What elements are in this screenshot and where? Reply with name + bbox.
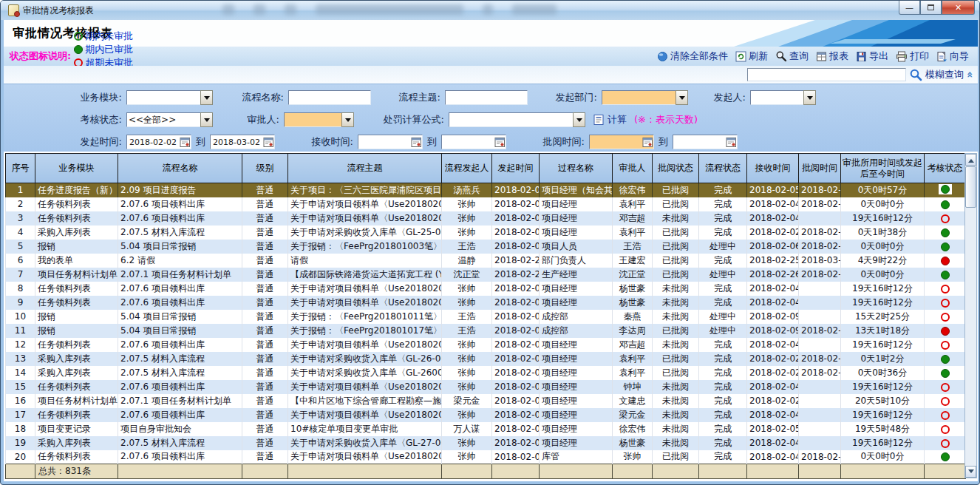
table-row[interactable]: 7项目任务材料计划单2.07.1 项目任务材料计划单普通【成都国际铁路港货运大道…: [6, 268, 966, 282]
column-header[interactable]: 接收时间: [747, 154, 799, 183]
table-row[interactable]: 13采购入库列表2.07.5 材料入库流程普通关于申请对采购收货入库单〈GL-2…: [6, 352, 966, 366]
cell-review-status: 未批阅: [653, 282, 699, 296]
flow-subject-input[interactable]: [445, 90, 528, 105]
flow-name-input[interactable]: [288, 90, 371, 105]
column-header[interactable]: 业务模块: [35, 154, 118, 183]
cell-duration: 19天16时12分: [841, 296, 925, 310]
table-row[interactable]: 12任务领料列表2.07.6 项目领料出库普通关于申请对项目领料单〈Use201…: [6, 338, 966, 352]
column-header[interactable]: 序号: [6, 154, 35, 183]
business-module-select[interactable]: [126, 90, 213, 105]
scrollbar-thumb[interactable]: [965, 166, 976, 208]
calendar-icon[interactable]: [494, 137, 506, 148]
chevron-down-icon[interactable]: [573, 112, 585, 127]
table-row[interactable]: 15任务领料列表2.07.6 项目领料出库普通关于申请对项目领料单〈Use201…: [6, 380, 966, 394]
table-row[interactable]: 10报销5.04 项目日常报销普通关于报销：〈FeePrg201801011笔〉…: [6, 310, 966, 324]
cell-review-status: 已批阅: [653, 366, 699, 380]
report-button[interactable]: 报表: [816, 50, 848, 63]
column-header[interactable]: 级别: [242, 154, 288, 183]
column-header[interactable]: 流程状态: [699, 154, 747, 183]
cell-flow-status: 完成: [699, 436, 747, 450]
table-row[interactable]: 1任务进度报告（新）2.09 项目进度报告普通关于项目：〈三六三医院犀浦院区项目…: [6, 183, 966, 197]
print-button[interactable]: 打印: [896, 50, 929, 63]
starter-select[interactable]: [750, 90, 816, 105]
cell-business-module: 采购入库列表: [35, 352, 118, 366]
calculate-button[interactable]: 计算: [608, 113, 627, 126]
receive-time-from-field[interactable]: [358, 135, 423, 149]
table-row[interactable]: 18项目变更记录项目自身审批知会普通10#核定单项目变更单审批万人谋2018-0…: [6, 422, 966, 436]
export-button[interactable]: 导出: [856, 50, 888, 63]
table-row[interactable]: 14采购入库列表2.07.5 材料入库流程普通关于申请对采购收货入库单〈GL-2…: [6, 366, 966, 380]
chevron-down-icon[interactable]: [200, 90, 213, 105]
cell-flow-status: 完成: [699, 338, 747, 352]
cell-process-name: 项目经理: [540, 394, 613, 408]
table-row[interactable]: 4采购入库列表2.07.5 材料入库流程普通关于申请对采购收货入库单〈GL-25…: [6, 225, 966, 240]
fuzzy-search-label[interactable]: 模糊查询: [925, 68, 964, 81]
table-row[interactable]: 17任务领料列表2.07.6 项目领料出库普通关于申请对项目领料单〈Use201…: [6, 408, 966, 422]
column-header[interactable]: 流程发起人: [442, 154, 492, 183]
assess-status-select[interactable]: <<全部>>: [126, 112, 213, 127]
column-header[interactable]: 考核状态: [925, 154, 966, 183]
scroll-down-icon[interactable]: [965, 466, 976, 478]
table-row[interactable]: 20任务领料列表2.07.6 项目领料出库普通关于申请对项目领料单〈Use201…: [6, 450, 966, 464]
calendar-icon[interactable]: [411, 137, 422, 148]
column-header[interactable]: 过程名称: [540, 154, 613, 183]
start-time-from-field[interactable]: 2018-02-02: [126, 135, 191, 149]
calculate-icon[interactable]: [593, 114, 605, 126]
table-row[interactable]: 5报销5.04 项目日常报销普通关于报销：〈FeePrg201801003笔〉在…: [6, 240, 966, 254]
cell-approver: 袁利平: [613, 197, 653, 211]
table-row[interactable]: 8任务领料列表2.07.6 项目领料出库普通关于申请对项目领料单〈Use2018…: [6, 282, 966, 296]
approver-select[interactable]: [284, 112, 354, 127]
start-dept-select[interactable]: [602, 90, 688, 105]
column-header[interactable]: 批阅状态: [653, 154, 699, 183]
cell-flow-name: 2.07.6 项目领料出库: [118, 211, 242, 225]
table-row[interactable]: 16项目任务材料计划单2.07.1 项目任务材料计划单普通【中和片区地下综合管廊…: [6, 394, 966, 408]
refresh-button[interactable]: 刷新: [735, 50, 768, 63]
column-header[interactable]: 发起时间: [492, 154, 540, 183]
table-row[interactable]: 2任务领料列表2.07.6 项目领料出库普通关于申请对项目领料单〈Use2018…: [6, 197, 966, 211]
cell-approver: 梁元金: [613, 408, 653, 422]
table-row[interactable]: 3任务领料列表2.07.6 项目领料出库普通关于申请对项目领料单〈Use2018…: [6, 211, 966, 225]
cell-flow-subject: 关于申请对项目领料单〈Use2018020401: [288, 408, 442, 422]
fuzzy-search-icon[interactable]: [909, 68, 922, 81]
chevron-down-icon[interactable]: [341, 112, 354, 127]
cell-receive-date: 2018-02-05: [747, 422, 799, 436]
wizard-button[interactable]: 向导: [936, 50, 969, 63]
cell-review-date: [799, 436, 841, 450]
close-button[interactable]: ✕: [942, 1, 975, 15]
cell-flow-starter: 张帅: [442, 338, 492, 352]
tool-button-label: 清除全部条件: [670, 50, 728, 63]
calendar-icon[interactable]: [263, 137, 274, 148]
penalty-formula-select[interactable]: [449, 112, 585, 127]
column-header[interactable]: 流程主题: [288, 154, 442, 183]
cell-receive-date: 2018-02-25: [747, 254, 799, 268]
review-time-from-field[interactable]: [589, 135, 654, 149]
receive-time-to-field[interactable]: [441, 135, 506, 149]
table-row[interactable]: 9任务领料列表2.07.6 项目领料出库普通关于申请对项目领料单〈Use2018…: [6, 296, 966, 310]
vertical-scrollbar[interactable]: [964, 153, 977, 478]
table-row[interactable]: 19采购入库列表2.07.5 材料入库流程普通关于申请对采购收货入库单〈GL-2…: [6, 436, 966, 450]
cell-duration: 13天1时18分: [841, 324, 925, 338]
calendar-icon[interactable]: [726, 137, 737, 148]
query-button[interactable]: 查询: [775, 50, 809, 63]
chevron-down-icon[interactable]: [200, 112, 213, 127]
red-outline-circle-icon: [941, 439, 950, 448]
column-header[interactable]: 审批所用时间或发起后至今时间: [841, 154, 925, 183]
maximize-button[interactable]: [920, 1, 942, 15]
minimize-button[interactable]: —: [899, 1, 920, 15]
table-row[interactable]: 6我的表单6.2 请假普通请假温静2018-02-25部门负责人王建宏已批阅完成…: [6, 254, 966, 268]
scroll-up-icon[interactable]: [965, 154, 976, 166]
cell-flow-status: 处理中: [699, 240, 747, 254]
collapse-chevron-icon[interactable]: «: [964, 71, 976, 78]
chevron-down-icon[interactable]: [676, 90, 688, 105]
review-time-to-field[interactable]: [673, 135, 738, 149]
column-header[interactable]: 批阅时间: [799, 154, 841, 183]
clear-all-conditions-button[interactable]: 清除全部条件: [657, 50, 728, 63]
column-header[interactable]: 流程名称: [118, 154, 242, 183]
column-header[interactable]: 审批人: [613, 154, 653, 183]
table-row[interactable]: 11报销5.04 项目日常报销普通关于报销：〈FeePrg201801017笔〉…: [6, 324, 966, 338]
start-time-to-field[interactable]: 2018-03-02: [210, 135, 275, 149]
fuzzy-search-input[interactable]: [747, 68, 906, 81]
calendar-icon[interactable]: [180, 137, 191, 148]
calendar-icon[interactable]: [642, 137, 653, 148]
chevron-down-icon[interactable]: [803, 90, 816, 105]
